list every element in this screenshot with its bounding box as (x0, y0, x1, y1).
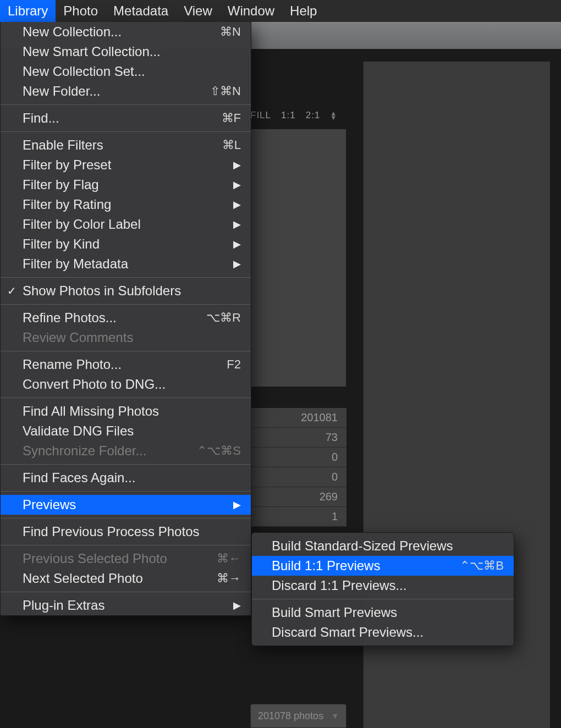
menubar-item-photo[interactable]: Photo (56, 0, 106, 22)
menubar: Library Photo Metadata View Window Help (0, 0, 561, 22)
menu-item-label: Discard Smart Previews... (272, 625, 504, 640)
menu-item-label: New Collection... (23, 24, 220, 40)
previews-submenu-item[interactable]: Build Standard-Sized Previews (252, 536, 514, 556)
menu-item-label: Previews (23, 497, 233, 512)
catalog-counts: 201081 73 0 0 269 1 (250, 408, 346, 527)
library-menu-item: Synchronize Folder...⌃⌥⌘S (1, 441, 251, 461)
menu-item-shortcut: ⌃⌥⌘S (197, 444, 241, 458)
menu-item-label: Build Standard-Sized Previews (272, 538, 504, 554)
checkmark-icon: ✓ (7, 284, 16, 297)
library-menu-item[interactable]: Find Previous Process Photos (1, 522, 251, 542)
menu-item-label: Find All Missing Photos (23, 404, 241, 419)
menu-separator (1, 398, 251, 398)
library-menu-item[interactable]: Filter by Preset▶ (1, 155, 251, 175)
menu-item-shortcut: ⌘L (222, 138, 241, 152)
submenu-arrow-icon: ▶ (233, 238, 241, 250)
menu-item-label: Filter by Metadata (23, 256, 233, 272)
menu-item-label: Synchronize Folder... (23, 443, 197, 459)
previews-submenu-item[interactable]: Build 1:1 Previews⌃⌥⌘B (252, 556, 514, 576)
menu-item-label: Filter by Color Label (23, 217, 233, 232)
zoom-stepper-icon[interactable]: ▲▼ (330, 111, 337, 120)
menu-separator (252, 599, 514, 599)
menu-item-label: Previous Selected Photo (23, 551, 217, 566)
library-menu-item[interactable]: Rename Photo...F2 (1, 355, 251, 374)
footer-photo-count[interactable]: 201078 photos ▼ (250, 704, 346, 728)
count-row[interactable]: 269 (250, 487, 346, 507)
menu-separator (1, 545, 251, 545)
menu-item-shortcut: ⌘F (222, 111, 241, 125)
menu-item-label: New Smart Collection... (23, 44, 241, 59)
library-menu-item: Review Comments (1, 328, 251, 348)
library-menu-item[interactable]: Validate DNG Files (1, 421, 251, 441)
menu-item-shortcut: F2 (227, 357, 241, 372)
chevron-down-icon: ▼ (331, 712, 339, 720)
library-menu-item[interactable]: Find Faces Again... (1, 468, 251, 488)
menubar-item-metadata[interactable]: Metadata (106, 0, 176, 22)
menu-item-shortcut: ⌥⌘R (206, 311, 241, 325)
library-menu-item[interactable]: New Folder...⇧⌘N (1, 81, 251, 101)
menubar-item-window[interactable]: Window (220, 0, 282, 22)
menu-item-label: Plug-in Extras (23, 598, 233, 613)
library-menu-item[interactable]: Find All Missing Photos (1, 401, 251, 421)
menu-item-label: Find Faces Again... (23, 470, 241, 486)
library-menu-item[interactable]: Filter by Flag▶ (1, 175, 251, 195)
previews-submenu-item[interactable]: Build Smart Previews (252, 603, 514, 622)
library-menu-item[interactable]: ✓Show Photos in Subfolders (1, 281, 251, 301)
library-menu-item[interactable]: New Collection Set... (1, 62, 251, 81)
menu-separator (1, 131, 251, 132)
zoom-fill[interactable]: FILL (250, 110, 271, 121)
count-row[interactable]: 1 (250, 507, 346, 527)
library-menu-item[interactable]: Previews▶ (1, 495, 251, 515)
library-menu-item[interactable]: Refine Photos...⌥⌘R (1, 308, 251, 328)
menu-item-shortcut: ⇧⌘N (210, 84, 241, 98)
menu-item-label: Find... (23, 111, 222, 126)
menu-item-label: Find Previous Process Photos (23, 524, 241, 539)
count-row[interactable]: 201081 (250, 408, 346, 428)
menu-item-label: Show Photos in Subfolders (23, 283, 241, 299)
library-menu-item[interactable]: Next Selected Photo⌘→ (1, 569, 251, 588)
menubar-item-library[interactable]: Library (0, 0, 56, 22)
menu-item-shortcut: ⌘→ (217, 571, 241, 586)
library-menu-item: Previous Selected Photo⌘← (1, 549, 251, 569)
zoom-2-1[interactable]: 2:1 (306, 110, 321, 121)
library-menu-item[interactable]: Filter by Metadata▶ (1, 254, 251, 274)
library-menu-item[interactable]: Enable Filters⌘L (1, 135, 251, 155)
menu-item-label: Review Comments (23, 330, 241, 345)
library-menu-item[interactable]: Filter by Rating▶ (1, 195, 251, 214)
library-menu-item[interactable]: Plug-in Extras▶ (1, 595, 251, 615)
navigator-zoom-row: FILL 1:1 2:1 ▲▼ (250, 110, 337, 121)
library-menu-item[interactable]: Filter by Kind▶ (1, 234, 251, 254)
library-menu-item[interactable]: Find...⌘F (1, 108, 251, 128)
menu-item-label: Build 1:1 Previews (272, 558, 460, 573)
count-row[interactable]: 73 (250, 428, 346, 448)
library-menu-item[interactable]: New Smart Collection... (1, 42, 251, 62)
submenu-arrow-icon: ▶ (233, 599, 241, 611)
menubar-item-help[interactable]: Help (282, 0, 324, 22)
submenu-arrow-icon: ▶ (233, 258, 241, 270)
library-menu-dropdown: New Collection...⌘NNew Smart Collection.… (0, 22, 251, 616)
submenu-arrow-icon: ▶ (233, 499, 241, 511)
previews-submenu-item[interactable]: Discard 1:1 Previews... (252, 576, 514, 595)
menu-separator (1, 304, 251, 305)
library-menu-item[interactable]: Convert Photo to DNG... (1, 374, 251, 394)
menu-item-label: Filter by Rating (23, 197, 233, 212)
submenu-arrow-icon: ▶ (233, 218, 241, 230)
menu-item-label: Filter by Kind (23, 236, 233, 252)
menu-item-label: Filter by Preset (23, 157, 233, 173)
menubar-item-view[interactable]: View (176, 0, 220, 22)
zoom-1-1[interactable]: 1:1 (281, 110, 296, 121)
menu-separator (1, 104, 251, 105)
menu-item-label: Validate DNG Files (23, 423, 241, 439)
menu-item-shortcut: ⌘N (220, 25, 241, 39)
menu-item-label: Enable Filters (23, 137, 222, 153)
count-row[interactable]: 0 (250, 467, 346, 487)
submenu-arrow-icon: ▶ (233, 179, 241, 191)
menu-separator (1, 491, 251, 492)
library-menu-item[interactable]: New Collection...⌘N (1, 22, 251, 42)
count-row[interactable]: 0 (250, 448, 346, 467)
library-menu-item[interactable]: Filter by Color Label▶ (1, 214, 251, 234)
previews-submenu-item[interactable]: Discard Smart Previews... (252, 622, 514, 642)
menu-separator (1, 351, 251, 351)
navigator-preview (250, 129, 346, 387)
menu-item-label: Build Smart Previews (272, 605, 504, 620)
